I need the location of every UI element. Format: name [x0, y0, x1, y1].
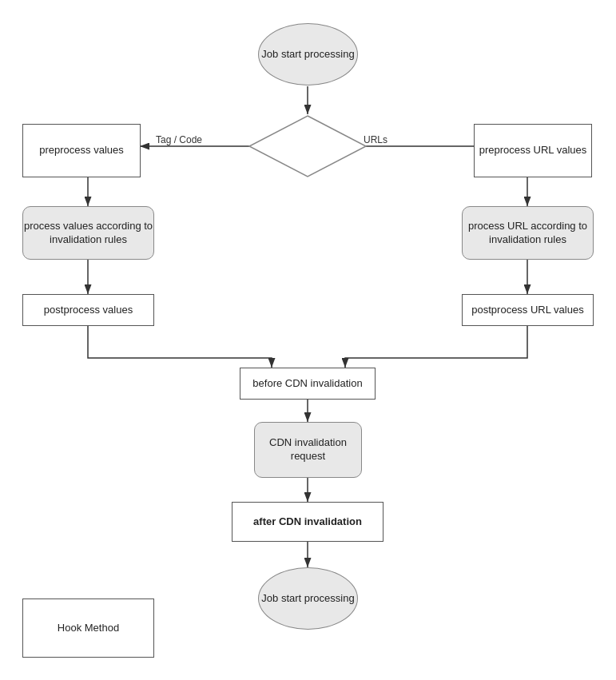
job-start-bottom: Job start processing — [258, 567, 358, 630]
tag-code-label: Tag / Code — [156, 134, 202, 145]
preprocess-url-values: preprocess URL values — [474, 124, 592, 177]
process-values: process values according to invalidation… — [22, 206, 154, 260]
urls-label: URLs — [364, 134, 387, 145]
before-cdn-invalidation: before CDN invalidation — [240, 368, 376, 400]
postprocess-url-values: postprocess URL values — [462, 294, 594, 326]
after-cdn-invalidation: after CDN invalidation — [232, 502, 384, 542]
process-url-values: process URL according to invalidation ru… — [462, 206, 594, 260]
postprocess-values: postprocess values — [22, 294, 154, 326]
preprocess-values: preprocess values — [22, 124, 141, 177]
flowchart-diagram: Job start processing Invalidation Type T… — [0, 0, 616, 680]
cdn-invalidation-request: CDN invalidation request — [254, 422, 362, 478]
job-start-top: Job start processing — [258, 23, 358, 85]
invalidation-type-diamond: Invalidation Type — [248, 114, 368, 178]
svg-marker-11 — [249, 116, 366, 177]
hook-method: Hook Method — [22, 598, 154, 658]
